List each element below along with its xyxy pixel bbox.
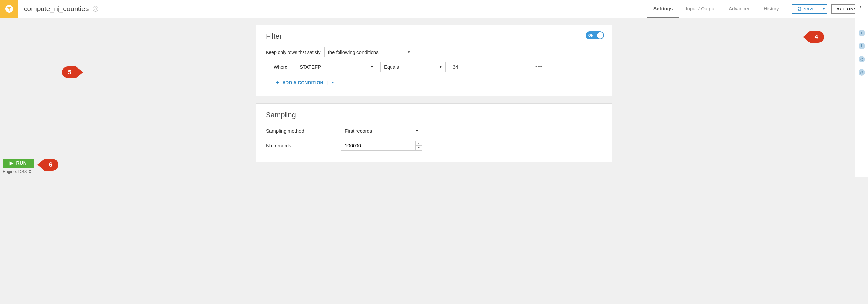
engine-label[interactable]: Engine: DSS ⚙	[3, 169, 34, 174]
tab-advanced[interactable]: Advanced	[722, 0, 757, 18]
add-condition-button[interactable]: ＋ ADD A CONDITION | ▼	[275, 79, 602, 86]
chevron-down-icon: ▾	[823, 7, 825, 11]
satisfy-mode-value: the following conditions	[328, 49, 379, 55]
tab-bar: Settings Input / Output Advanced History	[647, 0, 785, 18]
refresh-icon[interactable]	[93, 6, 98, 12]
filter-panel: Filter ON Keep only rows that satisfy th…	[256, 25, 612, 96]
add-condition-label: ADD A CONDITION	[282, 80, 323, 85]
sampling-method-label: Sampling method	[266, 128, 341, 134]
save-dropdown-button[interactable]: ▾	[820, 4, 828, 14]
callout-4-label: 4	[810, 31, 824, 43]
filter-toggle[interactable]: ON	[586, 31, 604, 39]
run-button[interactable]: ▶ RUN	[3, 159, 34, 168]
engine-label-text: Engine: DSS	[3, 169, 27, 174]
nb-records-input[interactable]: ▲ ▼	[341, 141, 422, 151]
chevron-down-icon: ▼	[415, 129, 418, 133]
save-button-label: SAVE	[804, 6, 815, 11]
callout-6: 6	[37, 159, 58, 171]
filter-toggle-label: ON	[588, 34, 594, 37]
recipe-title: compute_nj_counties	[24, 5, 89, 13]
satisfy-mode-select[interactable]: the following conditions ▼	[324, 47, 414, 57]
rail-clock-icon[interactable]: ◷	[859, 69, 865, 75]
condition-column-select[interactable]: STATEFP ▼	[296, 62, 377, 72]
spinner-down-icon[interactable]: ▼	[416, 146, 422, 150]
rail-info-icon[interactable]: i	[859, 43, 865, 49]
filter-panel-title: Filter	[266, 32, 602, 40]
condition-value-text: 34	[453, 64, 458, 70]
sampling-panel: Sampling Sampling method First records ▼…	[256, 103, 612, 162]
keep-rows-label: Keep only rows that satisfy	[266, 50, 320, 55]
sampling-panel-title: Sampling	[266, 111, 602, 119]
nb-records-label: Nb. records	[266, 143, 341, 148]
chevron-down-icon: ▼	[370, 65, 373, 69]
divider: |	[327, 80, 328, 85]
tab-io[interactable]: Input / Output	[679, 0, 722, 18]
filter-recipe-icon	[0, 0, 18, 18]
condition-column-value: STATEFP	[300, 64, 321, 70]
spinner-up-icon[interactable]: ▲	[416, 141, 422, 146]
chevron-down-icon: ▼	[331, 81, 334, 85]
sampling-method-value: First records	[345, 128, 372, 134]
toggle-knob	[597, 32, 603, 39]
run-button-label: RUN	[17, 161, 27, 166]
sampling-method-select[interactable]: First records ▼	[341, 126, 422, 136]
callout-5: 5	[62, 66, 83, 78]
callout-5-label: 5	[62, 66, 76, 78]
condition-operator-value: Equals	[384, 64, 399, 70]
back-arrow-icon[interactable]: ←	[859, 3, 865, 10]
condition-value-input[interactable]: 34	[449, 62, 530, 72]
tab-history[interactable]: History	[757, 0, 785, 18]
gear-icon: ⚙	[28, 169, 32, 174]
condition-row: Where STATEFP ▼ Equals ▼ 34 •••	[274, 62, 602, 72]
play-icon: ▶	[10, 161, 14, 166]
rail-comment-icon[interactable]: ◔	[859, 56, 865, 62]
condition-more-icon[interactable]: •••	[535, 63, 542, 70]
save-icon	[797, 6, 802, 11]
chevron-down-icon: ▼	[439, 65, 442, 69]
svg-rect-1	[798, 9, 800, 10]
rail-add-icon[interactable]: +	[859, 30, 865, 36]
chevron-down-icon: ▼	[407, 50, 411, 54]
plus-icon: ＋	[275, 79, 280, 86]
nb-records-value[interactable]	[341, 141, 415, 150]
header-bar: compute_nj_counties Settings Input / Out…	[0, 0, 868, 18]
tab-settings[interactable]: Settings	[647, 0, 679, 18]
where-label: Where	[274, 64, 289, 70]
right-rail: ← + i ◔ ◷	[855, 0, 868, 176]
callout-6-label: 6	[44, 159, 58, 171]
condition-operator-select[interactable]: Equals ▼	[380, 62, 446, 72]
number-spinner: ▲ ▼	[415, 141, 422, 150]
run-footer: ▶ RUN Engine: DSS ⚙	[3, 159, 34, 174]
callout-4: 4	[803, 31, 824, 43]
save-button[interactable]: SAVE	[792, 4, 820, 14]
save-button-group: SAVE ▾	[792, 4, 828, 14]
